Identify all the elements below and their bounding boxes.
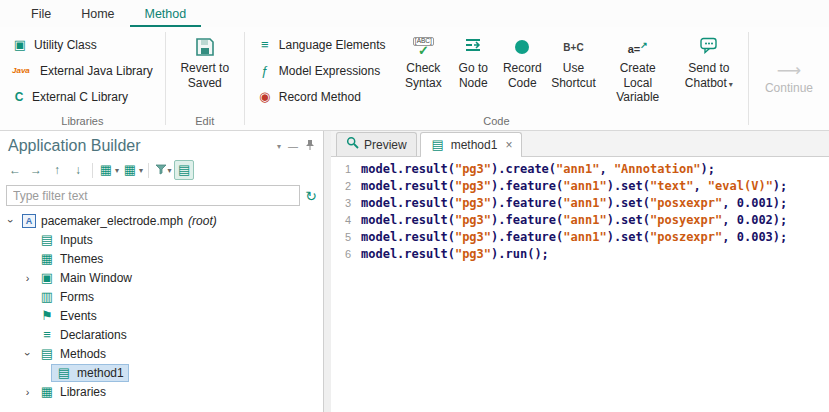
tree-expander-icon[interactable]: › bbox=[21, 272, 34, 284]
check-syntax-button[interactable]: [ABC]✓Check Syntax bbox=[397, 32, 451, 108]
filter-input[interactable] bbox=[6, 185, 300, 206]
utility-class-icon: ▣ bbox=[12, 37, 28, 53]
record-method-label: Record Method bbox=[279, 90, 361, 104]
editor-tab-preview[interactable]: Preview bbox=[336, 132, 417, 156]
code-token: , bbox=[722, 195, 736, 212]
ribbon-tab-file[interactable]: File bbox=[16, 0, 66, 27]
code-token: "pg3" bbox=[455, 229, 491, 246]
ribbon-tab-method[interactable]: Method bbox=[130, 0, 202, 27]
tree-expander-icon[interactable]: › bbox=[22, 347, 34, 360]
collapse-grid-icon: ▦ bbox=[122, 162, 138, 178]
code-token: ).feature( bbox=[491, 229, 563, 246]
code-token: "posyexpr" bbox=[650, 212, 722, 229]
move-up-button[interactable]: ↑ bbox=[47, 160, 67, 180]
use-shortcut-label: Use Shortcut bbox=[551, 61, 596, 90]
record-code-button[interactable]: Record Code bbox=[496, 32, 548, 108]
tree-item-label: Methods bbox=[60, 347, 106, 361]
go-to-node-label: Go to Node bbox=[455, 61, 491, 90]
tree-item-libraries[interactable]: ›▦Libraries bbox=[0, 382, 323, 401]
code-line: 2model.result("pg3").feature("ann1").set… bbox=[331, 178, 829, 195]
filter-row: ↻ bbox=[0, 183, 323, 210]
ribbon-tab-home[interactable]: Home bbox=[66, 0, 129, 27]
external-java-library-button[interactable]: JavaExternal Java Library bbox=[7, 58, 158, 83]
code-big-items: [ABC]✓Check SyntaxGo to NodeRecord CodeB… bbox=[397, 32, 742, 108]
code-token: ).create( bbox=[491, 161, 556, 178]
tree-item-label: Inputs bbox=[60, 233, 93, 247]
editor-tab-method1[interactable]: ▤method1× bbox=[420, 132, 523, 156]
ribbon-group-libraries: ▣Utility ClassJavaExternal Java LibraryC… bbox=[0, 27, 165, 130]
tree-item-methods[interactable]: ›▤Methods bbox=[0, 344, 323, 363]
tree-item-main-window[interactable]: ›▣Main Window bbox=[0, 268, 323, 287]
tree-item-pacemaker-electrode-mph[interactable]: ›Apacemaker_electrode.mph (root) bbox=[0, 211, 323, 230]
code-token: model.result( bbox=[361, 246, 455, 263]
code-token: "pg3" bbox=[455, 195, 491, 212]
utility-class-button[interactable]: ▣Utility Class bbox=[7, 32, 158, 57]
forward-icon: → bbox=[30, 163, 42, 177]
send-to-chatbot-label: Send to Chatbot▾ bbox=[681, 61, 736, 90]
code-token: "ann1" bbox=[563, 178, 606, 195]
expand-options-button[interactable]: ▦▾ bbox=[97, 160, 120, 180]
editor-tab-label: method1 bbox=[451, 138, 498, 152]
edit-group-label: Edit bbox=[166, 115, 245, 127]
tree-item-inputs[interactable]: ▤Inputs bbox=[0, 230, 323, 249]
close-tab-icon[interactable]: × bbox=[505, 139, 512, 151]
show-all-toggle-button[interactable]: ▤ bbox=[174, 160, 194, 180]
code-token: model.result( bbox=[361, 161, 455, 178]
back-icon: ← bbox=[9, 163, 21, 177]
tree-item-declarations[interactable]: ≡Declarations bbox=[0, 325, 323, 344]
code-token: "text" bbox=[650, 178, 693, 195]
forward-button[interactable]: → bbox=[26, 160, 46, 180]
code-token: "pg3" bbox=[455, 161, 491, 178]
up-icon: ↑ bbox=[54, 163, 60, 177]
refresh-icon[interactable]: ↻ bbox=[305, 189, 317, 203]
tree-toolbar: ← → ↑ ↓ ▦▾ ▦▾ ▾ ▤ bbox=[0, 157, 323, 183]
check-syntax-label: Check Syntax bbox=[402, 61, 446, 90]
code-token: , bbox=[722, 229, 736, 246]
external-c-library-button[interactable]: CExternal C Library bbox=[7, 84, 158, 109]
tree-item-method1[interactable]: ▤method1 bbox=[0, 363, 323, 382]
go-to-node-button[interactable]: Go to Node bbox=[450, 32, 496, 108]
move-down-button[interactable]: ↓ bbox=[68, 160, 88, 180]
line-number: 5 bbox=[331, 229, 361, 246]
record-method-button[interactable]: ◉Record Method bbox=[252, 84, 391, 109]
filter-options-button[interactable]: ▾ bbox=[153, 160, 173, 180]
tree-item-events[interactable]: ⚑Events bbox=[0, 306, 323, 325]
use-shortcut-button[interactable]: B+CUse Shortcut bbox=[548, 32, 599, 108]
create-local-variable-button[interactable]: a=↗Create Local Variable bbox=[599, 32, 677, 108]
code-token: "pg3" bbox=[455, 178, 491, 195]
code-area[interactable]: 1model.result("pg3").create("ann1", "Ann… bbox=[331, 157, 829, 412]
declarations-icon: ≡ bbox=[39, 327, 55, 343]
collapse-options-button[interactable]: ▦▾ bbox=[121, 160, 144, 180]
tree-expander-icon[interactable]: › bbox=[5, 214, 17, 227]
pin-panel-icon[interactable] bbox=[305, 139, 315, 154]
chevron-down-icon: ▾ bbox=[729, 80, 733, 89]
continue-button: ⟶ Continue bbox=[749, 27, 829, 130]
code-token: 0.001 bbox=[737, 195, 773, 212]
minimize-panel-icon[interactable]: — bbox=[288, 141, 298, 152]
model-expressions-button[interactable]: ƒModel Expressions bbox=[252, 58, 391, 83]
tree-item-label: Main Window bbox=[60, 271, 132, 285]
inputs-icon: ▤ bbox=[39, 232, 55, 248]
code-token: model.result( bbox=[361, 195, 455, 212]
ribbon: ▣Utility ClassJavaExternal Java LibraryC… bbox=[0, 27, 829, 131]
record-code-icon bbox=[515, 40, 529, 54]
code-token: ).feature( bbox=[491, 212, 563, 229]
tree-expander-icon[interactable]: › bbox=[21, 386, 34, 398]
method-icon: ▤ bbox=[430, 137, 446, 153]
tree-item-forms[interactable]: ▥Forms bbox=[0, 287, 323, 306]
language-elements-icon: ≡ bbox=[257, 37, 273, 53]
code-token: ); bbox=[701, 161, 715, 178]
send-to-chatbot-button[interactable]: Send to Chatbot▾ bbox=[676, 32, 741, 108]
create-local-variable-label: Create Local Variable bbox=[604, 61, 672, 105]
revert-to-saved-button[interactable]: Revert to Saved bbox=[173, 32, 238, 93]
panel-splitter[interactable] bbox=[324, 131, 331, 412]
code-token: "eval(V)" bbox=[708, 178, 773, 195]
panel-menu-icon[interactable]: ▾ bbox=[277, 142, 281, 151]
tree-item-themes[interactable]: ▦Themes bbox=[0, 249, 323, 268]
code-line: 4model.result("pg3").feature("ann1").set… bbox=[331, 212, 829, 229]
language-elements-button[interactable]: ≡Language Elements bbox=[252, 32, 391, 57]
libraries-group-label: Libraries bbox=[0, 115, 165, 127]
back-button[interactable]: ← bbox=[5, 160, 25, 180]
code-token: ).set( bbox=[607, 229, 650, 246]
chevron-down-icon: ▾ bbox=[115, 166, 119, 175]
